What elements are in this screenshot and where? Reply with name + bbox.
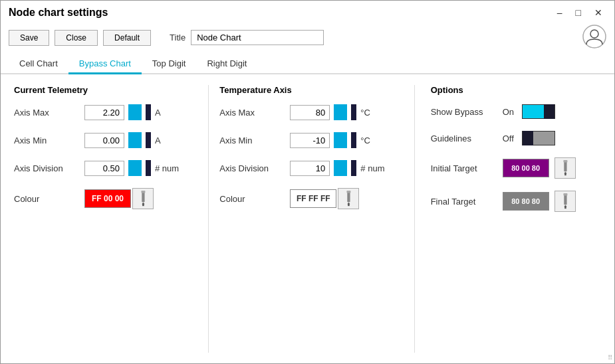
guidelines-label: Guidelines (431, 134, 497, 143)
ta-colour-picker-btn[interactable] (338, 188, 359, 209)
default-button[interactable]: Default (103, 30, 151, 46)
svg-rect-13 (563, 160, 567, 162)
tab-right-digit[interactable]: Right Digit (196, 54, 257, 74)
options-title: Options (431, 85, 601, 95)
ct-axis-max-label: Axis Max (14, 108, 80, 118)
ct-colour-box: FF 00 00 (84, 188, 154, 209)
options-section: Options Show Bypass On Guidelines Off In… (426, 85, 601, 353)
divider-1 (208, 85, 209, 353)
ta-colour-box: FF FF FF (290, 188, 359, 209)
ta-colour-swatch[interactable]: FF FF FF (290, 189, 336, 208)
ta-axis-div-row: Axis Division # num (219, 160, 390, 176)
ct-axis-div-dark-btn[interactable] (146, 160, 151, 176)
ta-axis-max-label: Axis Max (219, 108, 286, 118)
current-telemetry-title: Current Telemetry (14, 85, 184, 95)
initial-eyedropper-icon (558, 160, 572, 176)
ct-axis-div-input[interactable] (84, 161, 124, 176)
ct-axis-min-label: Axis Min (14, 136, 80, 145)
save-button[interactable]: Save (9, 30, 49, 46)
ta-axis-min-input[interactable] (290, 133, 330, 148)
ct-colour-swatch[interactable]: FF 00 00 (84, 189, 131, 208)
guidelines-state: Off (503, 134, 514, 143)
svg-rect-5 (141, 191, 145, 193)
svg-rect-9 (347, 191, 351, 193)
titlebar: Node chart settings – □ ✕ (1, 1, 614, 22)
final-target-swatch[interactable]: 80 80 80 (503, 192, 549, 211)
ta-eyedropper-icon (342, 191, 355, 207)
window-title: Node chart settings (9, 7, 108, 19)
minimize-button[interactable]: – (553, 6, 566, 19)
ct-axis-div-blue-btn[interactable] (128, 160, 142, 176)
toolbar: Save Close Default Title (1, 22, 614, 54)
initial-target-swatch[interactable]: 80 00 80 (503, 159, 549, 177)
tabs: Cell Chart Bypass Chart Top Digit Right … (1, 54, 614, 74)
ct-colour-picker-btn[interactable] (132, 188, 154, 209)
ct-axis-min-input[interactable] (84, 133, 124, 148)
ta-axis-min-blue-btn[interactable] (334, 132, 347, 148)
svg-rect-6 (348, 192, 350, 202)
tab-bypass-chart[interactable]: Bypass Chart (68, 54, 142, 74)
show-bypass-toggle[interactable] (522, 104, 555, 119)
temperature-axis-title: Temperature Axis (219, 85, 390, 95)
tab-cell-chart[interactable]: Cell Chart (9, 54, 68, 74)
initial-target-picker-btn[interactable] (554, 157, 576, 179)
svg-rect-17 (563, 193, 567, 195)
eyedropper-icon (136, 191, 150, 207)
ta-axis-min-row: Axis Min °C (219, 132, 390, 148)
ta-axis-div-dark-btn[interactable] (351, 160, 356, 176)
ta-axis-max-blue-btn[interactable] (334, 104, 347, 120)
window-controls: – □ ✕ (553, 6, 606, 19)
svg-rect-8 (348, 203, 350, 206)
guidelines-toggle[interactable] (522, 131, 555, 145)
close-toolbar-button[interactable]: Close (55, 30, 98, 46)
close-button[interactable]: ✕ (590, 6, 606, 19)
show-bypass-thumb (544, 104, 554, 119)
svg-rect-10 (564, 161, 566, 171)
ct-axis-max-input[interactable] (84, 105, 124, 120)
final-target-label: Final Target (431, 197, 497, 207)
title-input[interactable] (191, 30, 324, 45)
show-bypass-row: Show Bypass On (431, 104, 601, 119)
final-target-row: Final Target 80 80 80 (431, 191, 601, 212)
final-target-picker-btn[interactable] (554, 191, 576, 212)
resize-handle[interactable]: ⠿ (608, 354, 612, 361)
ct-axis-max-dark-btn[interactable] (146, 104, 151, 120)
avatar-icon (582, 25, 606, 48)
avatar (582, 25, 606, 50)
initial-target-label: Initial Target (431, 163, 497, 173)
ct-axis-min-unit: A (155, 136, 175, 145)
guidelines-row: Guidelines Off (431, 131, 601, 145)
svg-rect-16 (564, 206, 566, 209)
svg-point-1 (590, 30, 598, 38)
divider-2 (414, 85, 415, 353)
ct-axis-max-row: Axis Max A (14, 104, 184, 120)
ct-axis-div-row: Axis Division # num (14, 160, 184, 176)
ta-axis-max-unit: °C (360, 108, 380, 118)
ta-axis-div-input[interactable] (290, 161, 330, 176)
main-window: Node chart settings – □ ✕ Save Close Def… (0, 0, 615, 364)
ta-colour-row: Colour FF FF FF (219, 188, 390, 209)
ct-axis-max-unit: A (155, 108, 175, 118)
tab-top-digit[interactable]: Top Digit (142, 54, 197, 74)
current-telemetry-section: Current Telemetry Axis Max A Axis Min A … (14, 85, 197, 353)
ta-axis-max-row: Axis Max °C (219, 104, 390, 120)
ct-axis-min-blue-btn[interactable] (128, 132, 142, 148)
ct-colour-label: Colour (14, 194, 80, 204)
ct-axis-min-dark-btn[interactable] (146, 132, 151, 148)
svg-rect-4 (142, 203, 144, 206)
ta-axis-div-blue-btn[interactable] (334, 160, 347, 176)
temperature-axis-section: Temperature Axis Axis Max °C Axis Min °C… (219, 85, 403, 353)
ta-axis-div-label: Axis Division (219, 163, 286, 173)
ct-axis-div-unit: # num (155, 163, 179, 173)
maximize-button[interactable]: □ (572, 6, 585, 19)
show-bypass-state: On (503, 107, 514, 117)
initial-target-row: Initial Target 80 00 80 (431, 157, 601, 179)
svg-rect-12 (564, 173, 566, 175)
guidelines-thumb (523, 131, 533, 145)
ta-axis-min-dark-btn[interactable] (351, 132, 356, 148)
ta-axis-max-input[interactable] (290, 105, 330, 120)
ta-axis-max-dark-btn[interactable] (351, 104, 356, 120)
content-area: Current Telemetry Axis Max A Axis Min A … (1, 74, 614, 363)
ct-axis-max-blue-btn[interactable] (128, 104, 142, 120)
ct-colour-row: Colour FF 00 00 (14, 188, 184, 209)
